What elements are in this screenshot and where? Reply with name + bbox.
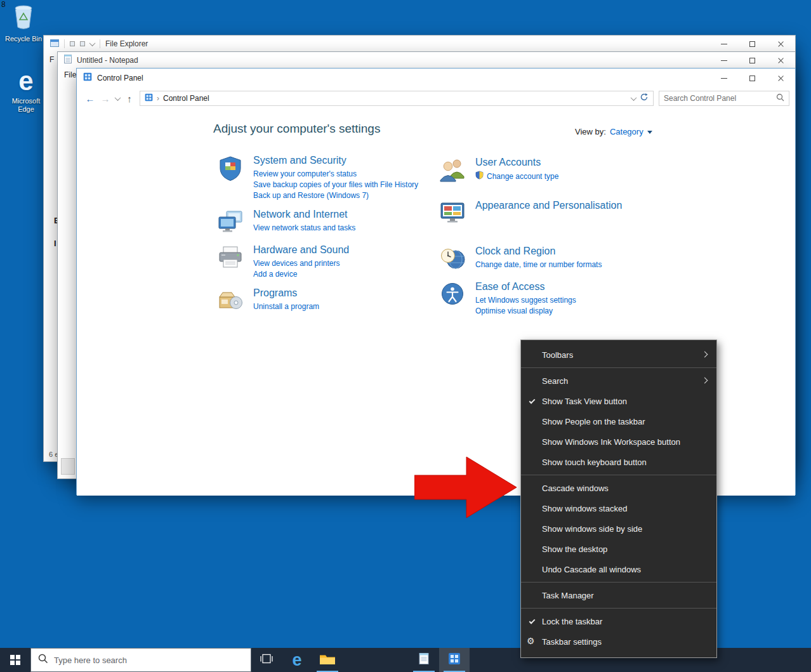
- maximize-icon: [749, 76, 755, 81]
- close-button[interactable]: [767, 36, 795, 52]
- category-link[interactable]: View devices and printers: [253, 258, 349, 269]
- category-title[interactable]: Ease of Access: [475, 281, 576, 293]
- breadcrumb[interactable]: Control Panel: [163, 94, 209, 103]
- file-explorer-titlebar[interactable]: File Explorer: [44, 36, 795, 52]
- desktop-icon-edge[interactable]: e Microsoft Edge: [5, 67, 47, 114]
- maximize-button[interactable]: [738, 36, 767, 52]
- category-user-accounts: User Accounts Change account type: [438, 157, 711, 185]
- divider: [100, 39, 100, 48]
- category-link[interactable]: Change date, time or number formats: [475, 260, 602, 270]
- menu-item-show-ink-workspace[interactable]: Show Windows Ink Workspace button: [521, 432, 716, 452]
- category-hardware-sound: Hardware and Sound View devices and prin…: [216, 244, 435, 280]
- divider: [64, 39, 65, 48]
- clipped-text-fragment: I: [54, 239, 56, 248]
- menu-item-show-touch-keyboard[interactable]: Show touch keyboard button: [521, 452, 716, 472]
- category-link[interactable]: Uninstall a program: [253, 301, 319, 312]
- menu-item-cascade-windows[interactable]: Cascade windows: [521, 478, 716, 498]
- menu-item-search[interactable]: Search: [521, 371, 716, 391]
- menu-item-show-people[interactable]: Show People on the taskbar: [521, 411, 716, 432]
- category-title[interactable]: User Accounts: [475, 157, 558, 168]
- address-dropdown-icon[interactable]: [631, 95, 637, 101]
- taskbar-spacer: [343, 648, 409, 672]
- notepad-menu-file[interactable]: File: [64, 70, 76, 79]
- chevron-down-icon[interactable]: [89, 40, 96, 46]
- minimize-button[interactable]: [709, 52, 738, 69]
- menu-item-task-manager[interactable]: Task Manager: [521, 585, 716, 605]
- notepad-icon: [418, 652, 430, 668]
- taskbar-search-input[interactable]: [54, 656, 244, 665]
- close-icon: [777, 41, 784, 48]
- notepad-titlebar[interactable]: Untitled - Notepad: [58, 52, 795, 69]
- category-title[interactable]: Programs: [253, 287, 319, 299]
- control-panel-search[interactable]: [659, 91, 789, 106]
- appearance-icon: [438, 200, 466, 228]
- back-button[interactable]: ←: [82, 93, 98, 104]
- control-panel-breadcrumb-icon: [145, 93, 153, 104]
- category-link[interactable]: Let Windows suggest settings: [475, 295, 576, 306]
- minimize-icon: [721, 44, 727, 44]
- menu-item-show-the-desktop[interactable]: Show the desktop: [521, 539, 716, 559]
- recent-locations-dropdown[interactable]: [113, 96, 122, 101]
- gear-icon: ⚙: [527, 636, 535, 646]
- category-link[interactable]: Optimise visual display: [475, 306, 576, 317]
- taskbar-control-panel-button[interactable]: [439, 648, 470, 672]
- category-title[interactable]: Network and Internet: [253, 209, 355, 220]
- taskbar-search[interactable]: [30, 648, 251, 672]
- chevron-right-icon: [702, 352, 708, 358]
- category-link[interactable]: Review your computer's status: [253, 169, 418, 180]
- quick-access-icon[interactable]: [80, 41, 85, 46]
- quick-access-icon[interactable]: [70, 41, 75, 46]
- taskbar-context-menu: Toolbars Search Show Task View button Sh…: [520, 339, 717, 658]
- network-internet-icon: [216, 209, 244, 237]
- windows-logo-icon: [10, 655, 20, 665]
- maximize-button[interactable]: [738, 52, 767, 69]
- edge-label: Microsoft Edge: [5, 97, 47, 114]
- edge-icon: e: [292, 652, 301, 669]
- control-panel-titlebar[interactable]: Control Panel: [77, 69, 795, 88]
- ease-access-icon: [438, 281, 466, 317]
- refresh-button[interactable]: [640, 93, 649, 104]
- menu-item-toolbars[interactable]: Toolbars: [521, 345, 716, 365]
- system-security-icon: [216, 155, 244, 201]
- menu-item-show-task-view[interactable]: Show Task View button: [521, 391, 716, 411]
- edge-icon: e: [5, 67, 47, 95]
- close-button[interactable]: [767, 69, 795, 88]
- menu-item-show-windows-stacked[interactable]: Show windows stacked: [521, 498, 716, 518]
- minimize-button[interactable]: [709, 36, 738, 52]
- menu-item-show-windows-side-by-side[interactable]: Show windows side by side: [521, 518, 716, 539]
- category-network-internet: Network and Internet View network status…: [216, 209, 435, 237]
- category-title[interactable]: Clock and Region: [475, 246, 602, 257]
- taskbar-edge-button[interactable]: e: [282, 648, 312, 672]
- category-title[interactable]: Appearance and Personalisation: [475, 200, 622, 211]
- check-icon: [529, 618, 536, 624]
- category-title[interactable]: System and Security: [253, 155, 418, 166]
- category-link[interactable]: Add a device: [253, 269, 349, 280]
- menu-item-undo-cascade[interactable]: Undo Cascade all windows: [521, 559, 716, 579]
- address-bar[interactable]: › Control Panel: [140, 91, 654, 106]
- search-input[interactable]: [659, 94, 776, 103]
- start-button[interactable]: [0, 648, 30, 672]
- minimize-button[interactable]: [709, 69, 738, 88]
- forward-button[interactable]: →: [98, 93, 113, 104]
- close-button[interactable]: [767, 52, 795, 69]
- menu-item-lock-taskbar[interactable]: Lock the taskbar: [521, 611, 716, 631]
- up-button[interactable]: ↑: [122, 93, 137, 104]
- notepad-app-icon: [64, 55, 72, 66]
- notepad-scrollbar-corner[interactable]: [61, 458, 75, 475]
- category-title[interactable]: Hardware and Sound: [253, 244, 349, 256]
- view-by-dropdown[interactable]: View by: Category: [575, 127, 652, 136]
- view-by-value[interactable]: Category: [610, 127, 643, 136]
- desktop-icon-recycle-bin[interactable]: Recycle Bin: [3, 3, 44, 43]
- menu-separator: [521, 475, 716, 475]
- task-view-button[interactable]: [251, 648, 282, 672]
- category-link[interactable]: Save backup copies of your files with Fi…: [253, 180, 418, 190]
- category-link[interactable]: Back up and Restore (Windows 7): [253, 190, 418, 201]
- taskbar-notepad-button[interactable]: [409, 648, 439, 672]
- maximize-button[interactable]: [738, 69, 767, 88]
- menu-item-taskbar-settings[interactable]: ⚙ Taskbar settings: [521, 631, 716, 652]
- category-link-uac[interactable]: Change account type: [475, 171, 558, 183]
- category-system-security: System and Security Review your computer…: [216, 155, 435, 201]
- control-panel-title: Control Panel: [97, 74, 143, 82]
- taskbar-file-explorer-button[interactable]: [312, 648, 343, 672]
- category-link[interactable]: View network status and tasks: [253, 223, 355, 234]
